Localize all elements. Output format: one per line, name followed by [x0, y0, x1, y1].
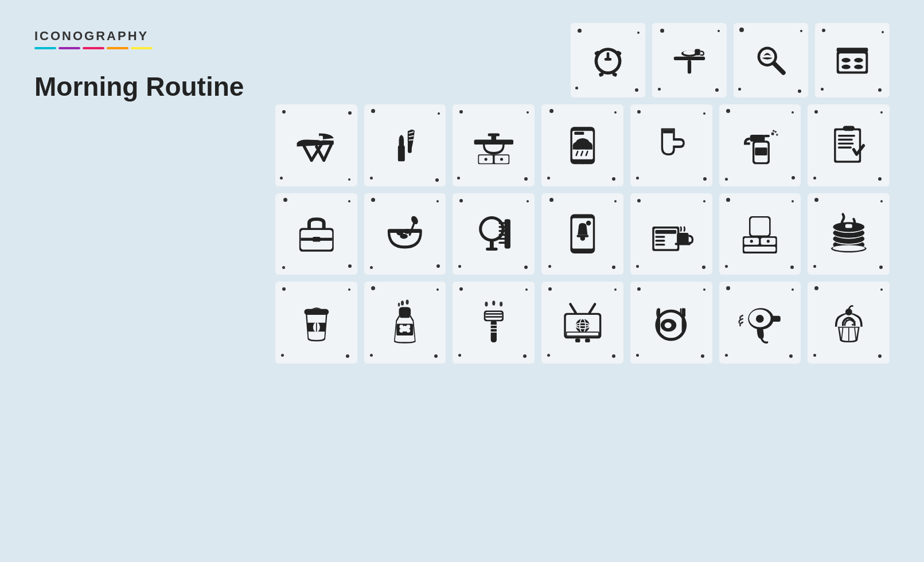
- svg-rect-174: [772, 316, 781, 322]
- ironing-board-icon: [275, 104, 357, 186]
- svg-rect-65: [838, 135, 855, 136]
- svg-line-15: [774, 64, 783, 73]
- svg-rect-53: [664, 130, 673, 133]
- svg-point-14: [760, 49, 774, 64]
- svg-point-139: [398, 303, 400, 307]
- svg-rect-123: [845, 224, 852, 228]
- checklist-icon: [808, 104, 890, 186]
- icon-row-1: [275, 104, 890, 186]
- svg-rect-36: [488, 133, 500, 136]
- svg-rect-22: [837, 48, 868, 52]
- svg-point-18: [841, 58, 851, 63]
- svg-rect-140: [491, 321, 497, 343]
- logo-bar-1: [34, 47, 56, 49]
- svg-point-138: [406, 300, 409, 305]
- cereal-bowl-icon: [364, 193, 446, 275]
- logo-bars: [34, 47, 252, 49]
- svg-rect-142: [485, 312, 502, 320]
- svg-rect-74: [301, 238, 332, 241]
- bathroom-sink-icon: [453, 104, 535, 186]
- breakfast-plate-icon: [630, 282, 712, 364]
- svg-rect-103: [656, 240, 665, 241]
- search-food-icon: [734, 23, 808, 97]
- hair-dryer-icon: [719, 282, 801, 364]
- icon-row-0: [571, 23, 890, 97]
- icon-row-3: [275, 282, 890, 364]
- svg-point-78: [400, 234, 408, 239]
- svg-point-61: [773, 130, 774, 131]
- socks-icon: [630, 104, 712, 186]
- svg-point-112: [767, 240, 770, 243]
- svg-rect-52: [574, 131, 584, 134]
- svg-rect-104: [656, 244, 665, 245]
- svg-rect-126: [304, 309, 329, 315]
- weather-app-icon: [541, 104, 623, 186]
- svg-rect-85: [505, 219, 510, 248]
- svg-point-150: [500, 302, 502, 307]
- svg-rect-56: [755, 147, 767, 155]
- svg-rect-69: [843, 126, 855, 131]
- tv-news-icon: [541, 282, 623, 364]
- news-coffee-icon: [630, 193, 712, 275]
- vanity-mirror-icon: [719, 193, 801, 275]
- svg-point-136: [407, 329, 411, 333]
- food-table-icon: [652, 23, 727, 97]
- svg-rect-17: [839, 53, 866, 71]
- svg-point-80: [410, 215, 420, 225]
- svg-point-51: [581, 161, 584, 164]
- svg-point-98: [580, 249, 584, 253]
- logo-bar-3: [83, 47, 104, 49]
- svg-rect-161: [575, 338, 580, 342]
- coffee-cup-icon: [275, 282, 357, 364]
- svg-rect-101: [656, 230, 677, 234]
- lipstick-icon: [364, 104, 446, 186]
- page-title: Morning Routine: [34, 72, 252, 102]
- logo-bar-4: [107, 47, 128, 49]
- svg-point-41: [500, 158, 503, 161]
- svg-point-21: [854, 65, 863, 69]
- svg-point-135: [400, 329, 404, 333]
- svg-point-82: [482, 219, 501, 239]
- svg-rect-9: [688, 60, 691, 73]
- svg-rect-8: [674, 57, 705, 60]
- svg-point-111: [750, 240, 753, 243]
- left-panel: ICONOGRAPHY Morning Routine: [34, 23, 252, 539]
- svg-rect-27: [319, 135, 323, 140]
- logo-bar-5: [131, 47, 153, 49]
- stove-icon: [815, 23, 890, 97]
- svg-rect-115: [758, 236, 762, 238]
- svg-rect-114: [751, 218, 770, 236]
- svg-point-59: [771, 132, 774, 135]
- logo-text: ICONOGRAPHY: [34, 29, 252, 44]
- svg-rect-57: [750, 135, 765, 142]
- svg-point-175: [756, 315, 764, 323]
- svg-rect-162: [585, 338, 590, 342]
- svg-rect-68: [838, 146, 852, 148]
- svg-point-137: [401, 300, 404, 306]
- svg-point-181: [853, 321, 855, 322]
- svg-rect-171: [657, 308, 660, 333]
- alarm-phone-icon: [541, 193, 623, 275]
- svg-point-134: [407, 325, 411, 329]
- svg-point-19: [854, 58, 863, 63]
- alarm-clock-icon: [571, 23, 645, 97]
- svg-line-154: [590, 304, 595, 313]
- svg-point-182: [845, 319, 847, 321]
- svg-rect-110: [744, 247, 776, 252]
- svg-rect-102: [656, 236, 665, 238]
- logo-bar-2: [59, 47, 80, 49]
- svg-point-133: [400, 325, 404, 329]
- briefcase-icon: [275, 193, 357, 275]
- svg-point-183: [852, 324, 853, 326]
- svg-rect-29: [399, 138, 404, 147]
- svg-point-60: [775, 131, 777, 132]
- svg-point-125: [832, 245, 865, 251]
- svg-rect-84: [486, 248, 498, 251]
- right-panel: [275, 23, 890, 539]
- svg-rect-83: [490, 241, 494, 249]
- mirror-comb-icon: [453, 193, 535, 275]
- svg-point-20: [841, 65, 851, 69]
- svg-point-97: [586, 221, 591, 226]
- logo-area: ICONOGRAPHY: [34, 29, 252, 61]
- svg-rect-106: [675, 243, 691, 245]
